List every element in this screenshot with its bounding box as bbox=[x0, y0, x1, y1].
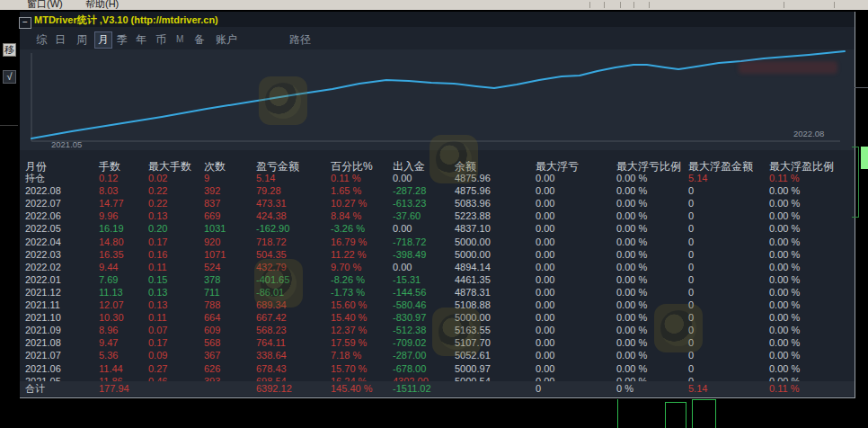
minimize-button[interactable]: − bbox=[19, 17, 31, 29]
table-cell: 0.11 % bbox=[769, 172, 799, 184]
check-button[interactable]: √ bbox=[3, 70, 16, 84]
table-cell: 2022.03 bbox=[25, 248, 61, 261]
table-cell: 0.00 bbox=[536, 362, 554, 375]
table-cell: 0 % bbox=[616, 381, 633, 397]
period-tabbar: 路径 综日周月季年币M备账户 bbox=[20, 27, 855, 49]
table-cell: 0.00 bbox=[536, 236, 554, 248]
table-cell: -15.31 bbox=[393, 273, 421, 286]
screen: 窗口(W) 帮助(H) − 移 √ MTDriver统计 ,V3.10 (htt… bbox=[0, 0, 868, 428]
table-row: 2021.1211.130.13711-86.01-1.73 %-144.564… bbox=[20, 286, 855, 299]
table-cell: 0.00 % bbox=[769, 184, 800, 197]
table-cell: 1.65 % bbox=[331, 184, 361, 197]
table-cell: 0.00 % bbox=[769, 222, 800, 235]
watermark-logo bbox=[254, 259, 303, 308]
table-cell: 0.00 % bbox=[616, 248, 647, 261]
path-label[interactable]: 路径 bbox=[289, 32, 311, 48]
table-cell: 0.00 % bbox=[769, 236, 800, 248]
table-cell: 0.00 % bbox=[769, 197, 800, 210]
table-cell: 424.38 bbox=[256, 210, 287, 222]
table-cell: -8.26 % bbox=[331, 273, 365, 286]
table-cell: 0.00 % bbox=[769, 261, 800, 273]
table-cell: -613.23 bbox=[393, 197, 426, 210]
tab-综[interactable]: 综 bbox=[33, 31, 49, 49]
table-cell: 0.00 % bbox=[616, 197, 647, 210]
table-cell: 14.80 bbox=[99, 236, 124, 248]
table-cell: 2022.01 bbox=[25, 273, 61, 286]
table-cell: 0.00 % bbox=[616, 236, 647, 248]
table-cell: 378 bbox=[204, 273, 220, 286]
table-cell: 4461.35 bbox=[455, 273, 491, 286]
toolbar-tick bbox=[589, 2, 590, 8]
tab-周[interactable]: 周 bbox=[74, 31, 90, 49]
table-cell: 0.13 bbox=[148, 210, 167, 222]
table-cell: 2021.09 bbox=[25, 324, 61, 336]
table-cell: 0.00 bbox=[536, 172, 554, 184]
table-cell: 0.00 bbox=[393, 222, 412, 235]
table-cell: 11.44 bbox=[99, 362, 123, 375]
table-cell: 0.00 % bbox=[769, 286, 800, 299]
panel-title: MTDriver统计 ,V3.10 (http://mtdriver.cn) bbox=[34, 13, 218, 27]
tab-年[interactable]: 年 bbox=[133, 31, 149, 49]
table-cell: 177.94 bbox=[99, 381, 129, 397]
table-cell: 5000.00 bbox=[455, 248, 491, 261]
table-cell: 4894.14 bbox=[455, 261, 491, 273]
table-cell: 764.11 bbox=[256, 336, 286, 349]
table-cell: 4875.96 bbox=[455, 184, 491, 197]
table-cell: 0.00 % bbox=[616, 222, 647, 235]
background-green-line bbox=[665, 402, 666, 428]
table-cell: 10.27 % bbox=[331, 197, 367, 210]
table-cell: 0.00 bbox=[393, 172, 412, 184]
table-cell: 0.00 % bbox=[616, 311, 647, 324]
table-cell: -287.28 bbox=[393, 184, 426, 197]
background-green-line bbox=[665, 402, 686, 403]
table-cell: 920 bbox=[204, 236, 220, 248]
table-cell: 8.96 bbox=[99, 324, 118, 336]
tab-M[interactable]: M bbox=[173, 33, 186, 45]
table-cell: 669 bbox=[204, 210, 220, 222]
table-cell: 0.11 bbox=[148, 261, 167, 273]
table-cell: 0.00 bbox=[536, 311, 554, 324]
background-green-line bbox=[686, 402, 686, 428]
tab-币[interactable]: 币 bbox=[153, 31, 169, 49]
table-cell: 664 bbox=[204, 311, 220, 324]
table-cell: 0.00 % bbox=[769, 311, 800, 324]
table-cell: 2022.07 bbox=[25, 197, 61, 210]
table-row: 2022.069.960.13669424.388.84 %-37.605223… bbox=[20, 210, 855, 222]
table-cell: 0.15 bbox=[148, 273, 167, 286]
table-cell: 0 bbox=[688, 261, 694, 273]
table-cell: 0.00 % bbox=[616, 184, 647, 197]
table-cell: 0.27 bbox=[148, 362, 167, 375]
table-cell: 12.37 % bbox=[331, 324, 367, 336]
tab-季[interactable]: 季 bbox=[114, 31, 130, 49]
table-row: 2022.0414.800.17920718.7216.79 %-718.725… bbox=[20, 236, 855, 248]
tab-备[interactable]: 备 bbox=[191, 31, 208, 49]
table-cell: 0.00 bbox=[536, 273, 554, 286]
tab-日[interactable]: 日 bbox=[52, 31, 68, 49]
table-cell: 5.14 bbox=[688, 172, 707, 184]
table-cell: -1.73 % bbox=[331, 286, 365, 299]
table-cell: 14.77 bbox=[99, 197, 124, 210]
table-cell: 0.13 bbox=[148, 286, 167, 299]
table-cell: 15.70 % bbox=[331, 362, 367, 375]
toolbar-tick bbox=[604, 2, 605, 8]
table-cell: 0 bbox=[536, 381, 541, 397]
table-cell: 0.00 % bbox=[769, 349, 800, 361]
column-header: 百分比% bbox=[331, 160, 373, 173]
table-cell: 0.22 bbox=[148, 184, 167, 197]
tab-账户[interactable]: 账户 bbox=[213, 31, 240, 49]
table-cell: 0.17 bbox=[148, 236, 167, 248]
menu-help[interactable]: 帮助(H) bbox=[85, 0, 119, 10]
table-cell: 2021.10 bbox=[25, 311, 61, 324]
table-cell: 2021.06 bbox=[25, 362, 61, 375]
watermark-text-smudge bbox=[739, 61, 837, 74]
table-cell: -1511.02 bbox=[393, 381, 431, 397]
menu-window[interactable]: 窗口(W) bbox=[27, 0, 63, 10]
table-cell: 5.14 bbox=[688, 381, 707, 397]
move-button[interactable]: 移 bbox=[3, 43, 16, 57]
tab-月[interactable]: 月 bbox=[94, 31, 112, 49]
table-row: 2022.0714.770.22837473.3110.27 %-613.235… bbox=[20, 197, 855, 210]
table-cell: -709.02 bbox=[393, 336, 426, 349]
table-cell: 0.00 bbox=[393, 261, 412, 273]
table-cell: 0.13 bbox=[148, 299, 167, 311]
equity-curve bbox=[31, 51, 845, 138]
